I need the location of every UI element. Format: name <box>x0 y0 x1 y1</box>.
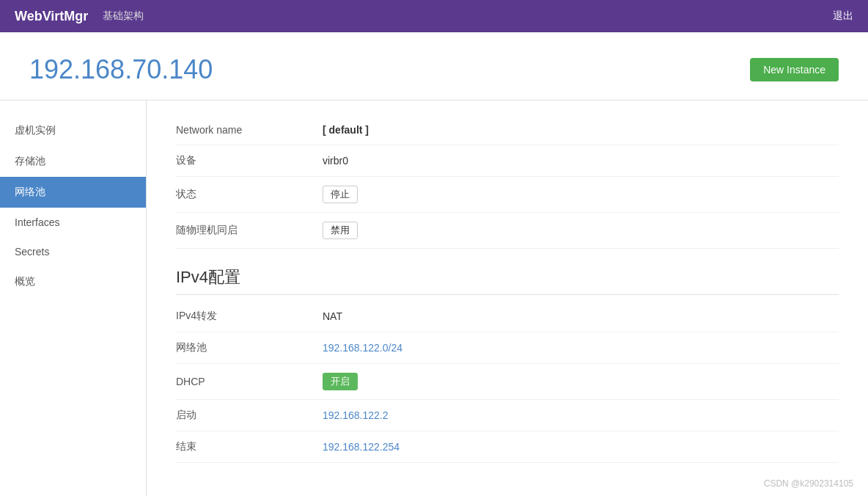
sidebar-item-overview[interactable]: 概览 <box>0 266 146 297</box>
detail-row-autostart: 随物理机同启 禁用 <box>176 213 839 249</box>
detail-row-ipv4-forward: IPv4转发 NAT <box>176 301 839 332</box>
detail-row-network-name: Network name [ default ] <box>176 115 839 145</box>
value-network-name: [ default ] <box>323 124 839 136</box>
value-network-range: 192.168.122.0/24 <box>323 342 839 354</box>
label-start: 启动 <box>176 409 293 422</box>
label-status: 状态 <box>176 188 293 201</box>
sidebar-item-interfaces[interactable]: Interfaces <box>0 208 146 237</box>
sidebar: 虚机实例 存储池 网络池 Interfaces Secrets 概览 <box>0 101 147 496</box>
page-title: 192.168.70.140 <box>29 54 213 85</box>
detail-row-status: 状态 停止 <box>176 177 839 213</box>
sidebar-item-secrets[interactable]: Secrets <box>0 237 146 266</box>
main-layout: 虚机实例 存储池 网络池 Interfaces Secrets 概览 Netwo… <box>0 101 868 496</box>
sidebar-item-vm-instances[interactable]: 虚机实例 <box>0 115 146 146</box>
value-start: 192.168.122.2 <box>323 409 839 421</box>
sidebar-item-network-pool[interactable]: 网络池 <box>0 177 146 208</box>
value-device: virbr0 <box>323 155 839 167</box>
topnav: WebVirtMgr 基础架构 退出 <box>0 0 868 32</box>
topnav-left: WebVirtMgr 基础架构 <box>15 9 144 24</box>
section-divider <box>176 294 839 295</box>
detail-row-start: 启动 192.168.122.2 <box>176 400 839 431</box>
sidebar-item-storage-pool[interactable]: 存储池 <box>0 146 146 177</box>
label-network-name: Network name <box>176 124 293 136</box>
detail-row-dhcp: DHCP 开启 <box>176 364 839 400</box>
label-network-range: 网络池 <box>176 341 293 354</box>
watermark: CSDN @k2902314105 <box>764 478 853 489</box>
label-dhcp: DHCP <box>176 376 293 387</box>
topnav-brand: WebVirtMgr <box>15 9 88 24</box>
value-end: 192.168.122.254 <box>323 441 839 453</box>
label-end: 结束 <box>176 440 293 453</box>
network-detail-section: Network name [ default ] 设备 virbr0 状态 停止… <box>176 115 839 249</box>
badge-status: 停止 <box>323 186 358 203</box>
ipv4-section: IPv4配置 IPv4转发 NAT 网络池 192.168.122.0/24 D… <box>176 266 839 463</box>
topnav-link[interactable]: 基础架构 <box>103 10 144 23</box>
label-autostart: 随物理机同启 <box>176 224 293 237</box>
detail-row-network-range: 网络池 192.168.122.0/24 <box>176 332 839 364</box>
content: Network name [ default ] 设备 virbr0 状态 停止… <box>147 101 868 496</box>
new-instance-button[interactable]: New Instance <box>750 58 839 81</box>
badge-autostart: 禁用 <box>323 222 358 239</box>
topnav-logout[interactable]: 退出 <box>833 10 853 23</box>
detail-row-end: 结束 192.168.122.254 <box>176 431 839 463</box>
page-header: 192.168.70.140 New Instance <box>0 32 868 101</box>
badge-dhcp: 开启 <box>323 373 358 390</box>
label-ipv4-forward: IPv4转发 <box>176 310 293 323</box>
ipv4-section-title: IPv4配置 <box>176 266 839 288</box>
label-device: 设备 <box>176 154 293 167</box>
detail-row-device: 设备 virbr0 <box>176 145 839 177</box>
value-ipv4-forward: NAT <box>323 310 839 322</box>
